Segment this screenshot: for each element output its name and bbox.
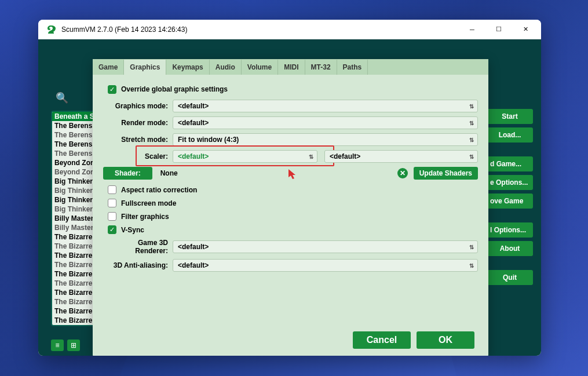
dialog-body: ✓ Override global graphic settings Graph… (93, 75, 488, 284)
add-game-button[interactable]: d Game... (487, 156, 533, 171)
aa-label: 3D Anti-aliasing: (103, 261, 173, 269)
filter-label: Filter graphics (121, 213, 169, 221)
window-title: ScummVM 2.7.0 (Feb 14 2023 14:26:43) (61, 25, 459, 34)
game-3d-label: Game 3D Renderer: (103, 239, 173, 255)
stretch-mode-select[interactable]: Fit to window (4:3) (173, 133, 478, 146)
close-button[interactable]: ✕ (512, 20, 539, 39)
fullscreen-label: Fullscreen mode (121, 199, 176, 207)
cancel-button[interactable]: Cancel (353, 331, 411, 349)
override-label: Override global graphic settings (121, 85, 228, 93)
shader-value: None (160, 169, 397, 177)
game-options-button[interactable]: e Options... (487, 175, 533, 190)
remove-game-button[interactable]: ove Game (487, 194, 533, 209)
grid-view-icon[interactable]: ⊞ (67, 340, 80, 351)
aspect-ratio-checkbox[interactable] (108, 185, 116, 194)
search-icon: 🔍 (56, 92, 68, 104)
shader-button[interactable]: Shader: (103, 167, 152, 180)
quit-button[interactable]: Quit (487, 270, 533, 285)
maximize-button[interactable]: ☐ (485, 20, 512, 39)
tab-mt-32[interactable]: MT-32 (305, 60, 337, 75)
game-3d-select[interactable]: <default> (173, 240, 478, 253)
load-button[interactable]: Load... (487, 127, 533, 143)
view-toggles: ≡ ⊞ (51, 340, 80, 351)
aspect-ratio-label: Aspect ratio correction (121, 186, 197, 194)
render-mode-select[interactable]: <default> (173, 116, 478, 129)
minimize-button[interactable]: ─ (459, 20, 485, 39)
tab-paths[interactable]: Paths (337, 60, 368, 75)
graphics-mode-label: Graphics mode: (103, 102, 173, 110)
scaler-factor-select[interactable]: <default> (324, 150, 478, 163)
dialog-footer: Cancel OK (353, 331, 474, 349)
graphics-mode-select[interactable]: <default> (173, 100, 478, 112)
tab-midi[interactable]: MIDI (278, 60, 305, 75)
scaler-label: Scaler: (103, 152, 173, 160)
tab-graphics[interactable]: Graphics (124, 60, 166, 75)
stretch-mode-label: Stretch mode: (103, 136, 173, 144)
app-window: ScummVM 2.7.0 (Feb 14 2023 14:26:43) ─ ☐… (38, 20, 541, 356)
window-controls: ─ ☐ ✕ (459, 20, 539, 39)
settings-dialog: GameGraphicsKeymapsAudioVolumeMIDIMT-32P… (93, 59, 488, 356)
global-options-button[interactable]: l Options... (487, 222, 533, 238)
tab-audio[interactable]: Audio (210, 60, 242, 75)
clear-shader-icon[interactable]: ✕ (397, 168, 408, 178)
tab-keymaps[interactable]: Keymaps (166, 60, 209, 75)
tab-volume[interactable]: Volume (242, 60, 278, 75)
tab-bar: GameGraphicsKeymapsAudioVolumeMIDIMT-32P… (93, 59, 488, 75)
ok-button[interactable]: OK (417, 331, 474, 349)
vsync-checkbox[interactable]: ✓ (108, 225, 116, 234)
start-button[interactable]: Start (487, 109, 533, 124)
side-buttons: Start Load... d Game... e Options... ove… (487, 109, 533, 289)
app-icon (45, 24, 57, 35)
about-button[interactable]: About (487, 241, 533, 256)
title-bar: ScummVM 2.7.0 (Feb 14 2023 14:26:43) ─ ☐… (38, 20, 541, 39)
update-shaders-button[interactable]: Update Shaders (414, 167, 478, 180)
filter-checkbox[interactable] (108, 212, 116, 221)
render-mode-label: Render mode: (103, 119, 173, 127)
override-checkbox[interactable]: ✓ (108, 85, 116, 94)
vsync-label: V-Sync (121, 226, 144, 234)
aa-select[interactable]: <default> (173, 259, 478, 272)
search-area: 🔍 (56, 92, 90, 103)
list-view-icon[interactable]: ≡ (51, 340, 64, 351)
fullscreen-checkbox[interactable] (108, 199, 116, 207)
tab-game[interactable]: Game (93, 60, 124, 75)
scaler-select[interactable]: <default> (173, 150, 317, 163)
app-body: 🔍 Beneath a SThe BerensThe BerensThe Ber… (38, 39, 541, 356)
